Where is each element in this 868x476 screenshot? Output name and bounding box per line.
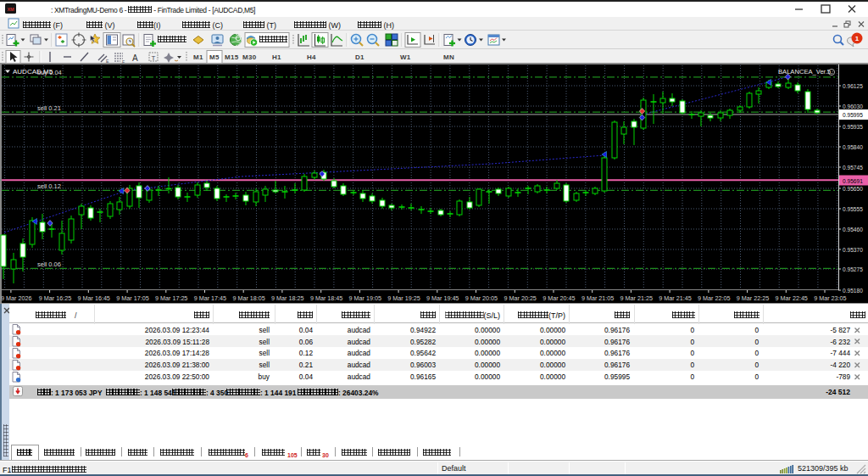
svg-text:9 Mar 23:05: 9 Mar 23:05 [814, 294, 846, 302]
svg-text:T: T [152, 54, 156, 62]
svg-text:0.96125: 0.96125 [843, 83, 863, 89]
svg-text:sell 0.06: sell 0.06 [37, 260, 61, 268]
svg-text:0.95555: 0.95555 [843, 206, 863, 212]
svg-text:9 Mar 17:05: 9 Mar 17:05 [116, 294, 148, 302]
svg-text:0.95370: 0.95370 [843, 247, 863, 253]
svg-text:9 Mar 22:05: 9 Mar 22:05 [698, 294, 730, 302]
svg-text:0.95935: 0.95935 [843, 124, 863, 130]
svg-text:9 Mar 20:25: 9 Mar 20:25 [504, 294, 537, 302]
svg-text:0.95275: 0.95275 [843, 266, 863, 272]
svg-text:0.95650: 0.95650 [843, 186, 863, 192]
svg-text:0.95840: 0.95840 [843, 144, 863, 150]
svg-text:sell 0.12: sell 0.12 [37, 182, 61, 190]
svg-text:9 Mar 21:25: 9 Mar 21:25 [620, 294, 653, 302]
svg-text:9 Mar 20:45: 9 Mar 20:45 [542, 294, 575, 302]
svg-text:9 Mar 19:45: 9 Mar 19:45 [426, 294, 459, 302]
svg-text:0.95180: 0.95180 [843, 288, 863, 294]
svg-text:9 Mar 2026: 9 Mar 2026 [1, 294, 31, 302]
svg-text:0.95460: 0.95460 [843, 227, 863, 232]
svg-text:XM: XM [7, 7, 14, 12]
svg-text:BALANCEA_Ver.5: BALANCEA_Ver.5 [778, 68, 831, 76]
svg-text:0.95745: 0.95745 [843, 165, 863, 171]
svg-text:0.95691: 0.95691 [843, 178, 863, 184]
svg-text:0.95995: 0.95995 [843, 112, 863, 118]
svg-text:9 Mar 17:45: 9 Mar 17:45 [194, 294, 226, 302]
svg-text:9 Mar 21:05: 9 Mar 21:05 [581, 294, 614, 302]
svg-text:E: E [106, 59, 109, 64]
svg-text:9 Mar 19:25: 9 Mar 19:25 [387, 294, 420, 302]
svg-text:0.96030: 0.96030 [843, 104, 863, 109]
svg-text:9 Mar 22:25: 9 Mar 22:25 [737, 294, 769, 302]
svg-text:9 Mar 18:25: 9 Mar 18:25 [271, 294, 303, 302]
svg-text:1: 1 [855, 35, 860, 42]
svg-text:AUDCAD,M5: AUDCAD,M5 [13, 68, 53, 76]
svg-text:A: A [132, 53, 138, 63]
svg-text:9 Mar 17:25: 9 Mar 17:25 [155, 294, 187, 302]
svg-text:9 Mar 20:05: 9 Mar 20:05 [465, 294, 498, 302]
svg-text:9 Mar 16:45: 9 Mar 16:45 [78, 294, 110, 302]
svg-text:9 Mar 16:25: 9 Mar 16:25 [39, 294, 71, 302]
svg-text:9 Mar 18:45: 9 Mar 18:45 [310, 294, 342, 302]
svg-text:9 Mar 19:05: 9 Mar 19:05 [349, 294, 381, 302]
svg-text:sell 0.21: sell 0.21 [37, 104, 61, 112]
svg-text:9 Mar 22:45: 9 Mar 22:45 [776, 294, 808, 302]
svg-text:9 Mar 18:05: 9 Mar 18:05 [232, 294, 264, 302]
svg-text:9 Mar 21:45: 9 Mar 21:45 [659, 294, 691, 302]
